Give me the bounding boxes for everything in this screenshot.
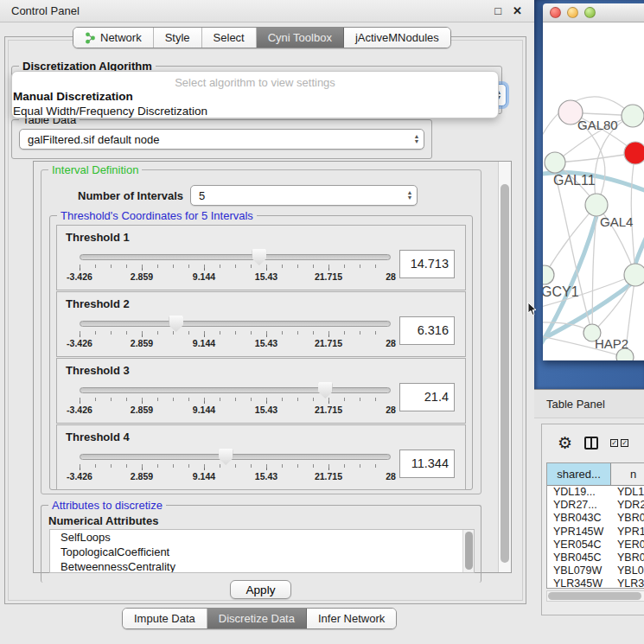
apply-button[interactable]: Apply	[230, 580, 291, 599]
close-icon[interactable]: ✕	[513, 4, 522, 17]
table-toolbar: ⚙ ✓ ✓	[542, 424, 644, 461]
tab-label: Style	[165, 31, 190, 44]
dropdown-item-selected[interactable]: Manual Discretization	[12, 89, 498, 104]
panel-scrollbar[interactable]	[498, 162, 511, 572]
close-traffic-light-icon[interactable]	[550, 7, 561, 18]
threshold-label: Threshold 1	[66, 231, 130, 244]
slider-handle[interactable]	[219, 449, 233, 465]
network-canvas[interactable]: GAL80 G C GAL11 GAL4 GCY1 H HAP2	[543, 22, 644, 360]
threshold-slider[interactable]: -3.426 2.859 9.144 15.43 21.715 28	[80, 450, 391, 486]
interval-definition-group: Interval Definition Number of Intervals …	[41, 169, 481, 494]
slider-track[interactable]	[80, 321, 391, 327]
threshold-label: Threshold 4	[66, 430, 130, 443]
column-header-shared[interactable]: shared...	[547, 463, 611, 486]
gear-icon[interactable]: ⚙	[558, 435, 572, 451]
minimize-traffic-light-icon[interactable]	[567, 7, 578, 18]
table-row[interactable]: YBR043C YBR0	[547, 512, 644, 525]
column-header-name[interactable]: n	[611, 463, 644, 486]
slider-track[interactable]	[80, 387, 391, 393]
tick-label: -3.426	[67, 338, 92, 348]
table-row[interactable]: YLR345W YLR3	[547, 577, 644, 589]
slider-track[interactable]	[80, 254, 391, 260]
node-label-hap2: HAP2	[595, 336, 628, 351]
stepper-arrows-icon: ▲▼	[410, 130, 424, 149]
tab-cyni-toolbox[interactable]: Cyni Toolbox	[257, 28, 344, 48]
tab-label: Infer Network	[318, 612, 385, 625]
tab-impute-data[interactable]: Impute Data	[123, 609, 207, 628]
table-panel-titlebar: Table Panel	[534, 389, 644, 418]
split-column-icon[interactable]	[584, 437, 598, 450]
numerical-attributes-list[interactable]: SelfLoopsTopologicalCoefficientBetweenne…	[49, 529, 475, 573]
tab-select[interactable]: Select	[202, 28, 257, 48]
tab-jactivemnodules[interactable]: jActiveMNodules	[344, 28, 450, 48]
slider-tick-labels: -3.426 2.859 9.144 15.43 21.715 28	[80, 338, 391, 349]
slider-tick-labels: -3.426 2.859 9.144 15.43 21.715 28	[80, 271, 391, 283]
checked-box-icon[interactable]: ✓	[610, 439, 618, 447]
tick-label: 21.715	[315, 271, 342, 282]
table-row[interactable]: YPR145W YPR1	[547, 526, 644, 539]
tick-label: 15.43	[255, 471, 277, 481]
attribute-item[interactable]: BetweennessCentrality	[50, 559, 474, 573]
slider-handle[interactable]	[318, 382, 333, 399]
tick-label: 9.144	[193, 471, 215, 481]
top-tab-bar: Network Style Select Cyni Toolbox jActiv…	[73, 27, 451, 48]
tick-label: -3.426	[67, 271, 92, 282]
table-row[interactable]: YDR27... YDR2	[547, 499, 644, 512]
slider-ticks	[80, 464, 391, 470]
table-row[interactable]: YBR045C YBR0	[547, 552, 644, 564]
threshold-box: Threshold 1 -3.426 2.859 9.144 15.43 21.…	[56, 225, 466, 290]
network-icon	[85, 32, 96, 44]
threshold-label: Threshold 3	[66, 364, 130, 377]
threshold-value-field[interactable]: 11.344	[399, 450, 455, 478]
panel-title: Control Panel	[11, 4, 80, 17]
list-scrollbar[interactable]	[462, 530, 474, 572]
node-table: shared... n YDL19... YDL1 YDR27... YDR2 …	[546, 462, 644, 589]
tab-network[interactable]: Network	[73, 28, 154, 48]
node-label-gal4: GAL4	[600, 214, 633, 229]
mouse-cursor	[527, 302, 538, 316]
tick-label: 9.144	[193, 271, 215, 282]
attribute-item[interactable]: SelfLoops	[50, 530, 474, 545]
dropdown-item[interactable]: Equal Width/Frequency Discretization	[12, 104, 498, 118]
threshold-value-field[interactable]: 21.4	[399, 383, 455, 411]
table-row[interactable]: YBL079W YBL0	[547, 564, 644, 577]
num-intervals-label: Number of Intervals	[78, 189, 183, 202]
tick-label: 21.715	[315, 405, 342, 415]
threshold-slider[interactable]: -3.426 2.859 9.144 15.43 21.715 28	[80, 383, 391, 419]
num-intervals-combobox[interactable]: 5 ▲▼	[190, 185, 418, 206]
slider-tick-labels: -3.426 2.859 9.144 15.43 21.715 28	[80, 405, 391, 416]
tab-label: Impute Data	[134, 612, 195, 625]
tick-label: 2.859	[131, 471, 153, 481]
tab-discretize-data[interactable]: Discretize Data	[207, 609, 307, 628]
float-window-icon[interactable]: □	[494, 4, 501, 17]
tab-label: Select	[214, 31, 245, 44]
slider-ticks	[80, 265, 391, 271]
threshold-slider[interactable]: -3.426 2.859 9.144 15.43 21.715 28	[80, 250, 391, 286]
slider-track[interactable]	[80, 454, 391, 460]
threshold-value-field[interactable]: 14.713	[399, 250, 455, 278]
threshold-slider[interactable]: -3.426 2.859 9.144 15.43 21.715 28	[80, 316, 391, 353]
tab-infer-network[interactable]: Infer Network	[307, 609, 396, 628]
tick-label: 2.859	[131, 271, 153, 282]
interval-definition-label: Interval Definition	[48, 163, 142, 176]
threshold-box: Threshold 2 -3.426 2.859 9.144 15.43 21.…	[56, 291, 466, 357]
table-data-combobox[interactable]: galFiltered.sif default node ▲▼	[19, 129, 424, 150]
slider-handle[interactable]	[252, 249, 266, 265]
tick-label: 28	[386, 471, 396, 481]
numerical-attributes-label: Numerical Attributes	[48, 514, 158, 527]
table-horizontal-scrollbar[interactable]	[546, 590, 644, 602]
attribute-item[interactable]: TopologicalCoefficient	[50, 545, 474, 559]
network-graph: GAL80 G C GAL11 GAL4 GCY1 H HAP2	[543, 22, 644, 360]
control-panel-titlebar: Control Panel □ ✕	[0, 0, 534, 22]
slider-ticks	[80, 398, 391, 404]
table-row[interactable]: YER054C YER0	[547, 539, 644, 552]
slider-handle[interactable]	[169, 316, 183, 332]
checked-box-icon[interactable]: ✓	[621, 439, 628, 447]
table-row[interactable]: YDL19... YDL1	[547, 486, 644, 499]
tick-label: -3.426	[67, 405, 92, 415]
zoom-traffic-light-icon[interactable]	[584, 7, 596, 18]
threshold-box: Threshold 4 -3.426 2.859 9.144 15.43 21.…	[56, 424, 466, 490]
tab-style[interactable]: Style	[154, 28, 202, 48]
tick-label: 9.144	[193, 338, 215, 348]
threshold-value-field[interactable]: 6.316	[399, 316, 455, 345]
